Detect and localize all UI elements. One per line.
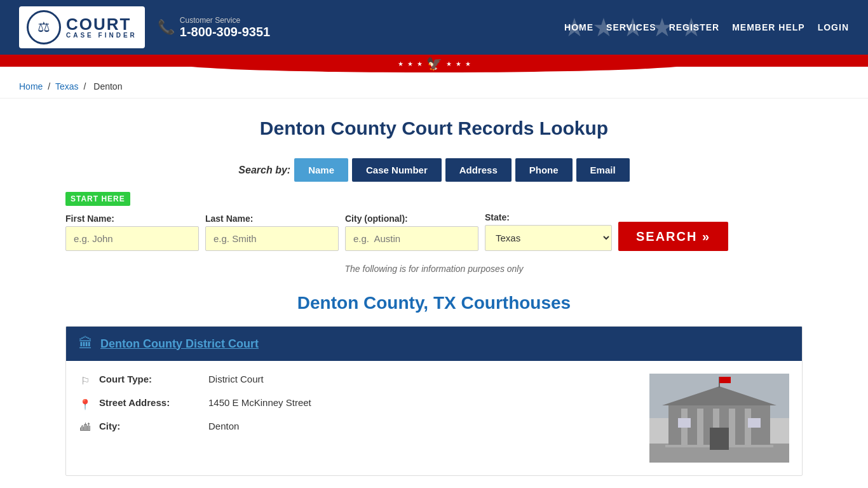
city-input[interactable] [345, 226, 478, 251]
svg-rect-16 [719, 377, 731, 383]
phone-icon: 📞 [158, 19, 175, 36]
logo-court-label: COURT [66, 16, 137, 32]
first-name-label: First Name: [65, 214, 199, 224]
nav-login[interactable]: LOGIN [818, 22, 849, 32]
eagle-area: ★ ★ ★ 🦅 ★ ★ ★ [398, 56, 471, 71]
svg-rect-5 [681, 409, 688, 450]
city-detail-label: City: [99, 421, 201, 431]
tab-phone[interactable]: Phone [515, 158, 573, 182]
tab-name[interactable]: Name [294, 158, 348, 182]
breadcrumb: Home / Texas / Denton [0, 75, 868, 98]
header-left: ⚖ COURT CASE FINDER 📞 Customer Service 1… [19, 6, 270, 48]
first-name-field: First Name: [65, 214, 199, 251]
street-address-value: 1450 E McKinney Street [208, 397, 311, 408]
state-select[interactable]: AlabamaAlaskaArizona ArkansasCaliforniaC… [485, 225, 612, 251]
city-label: City (optional): [345, 214, 478, 224]
nav-home[interactable]: HOME [564, 22, 593, 32]
svg-rect-8 [729, 409, 735, 450]
city-icon: 🏙 [79, 422, 92, 433]
court-type-label: Court Type: [99, 374, 201, 384]
search-section: START HERE First Name: Last Name: City (… [65, 192, 803, 251]
eagle-icon: 🦅 [426, 56, 442, 71]
tab-case-number[interactable]: Case Number [352, 158, 442, 182]
customer-service: 📞 Customer Service 1-800-309-9351 [158, 16, 270, 39]
breadcrumb-sep-1: / [48, 81, 53, 92]
svg-rect-12 [710, 428, 729, 450]
main-content: Denton County Court Records Lookup Searc… [53, 98, 815, 488]
courthouse-body: ⚐ Court Type: District Court 📍 Street Ad… [66, 361, 802, 475]
emblem-icon: ⚖ [37, 19, 50, 36]
star-left-2: ★ [407, 60, 413, 67]
logo-text: COURT CASE FINDER [66, 16, 137, 39]
search-button[interactable]: SEARCH » [618, 222, 728, 251]
star-left-1: ★ [398, 60, 403, 67]
svg-rect-13 [678, 418, 691, 428]
detail-street-address: 📍 Street Address: 1450 E McKinney Street [79, 397, 649, 410]
logo: ⚖ COURT CASE FINDER [19, 6, 145, 48]
last-name-field: Last Name: [205, 214, 339, 251]
start-here-badge: START HERE [65, 192, 130, 206]
nav-member-help[interactable]: MEMBER HELP [732, 22, 804, 32]
search-form: First Name: Last Name: City (optional): … [65, 212, 803, 251]
courthouse-header-icon: 🏛 [79, 336, 93, 352]
courthouse-name-link[interactable]: Denton County District Court [100, 337, 259, 351]
customer-service-info: Customer Service 1-800-309-9351 [180, 16, 270, 39]
state-label: State: [485, 212, 612, 222]
logo-case-finder-label: CASE FINDER [66, 32, 137, 39]
tab-email[interactable]: Email [576, 158, 630, 182]
address-icon: 📍 [79, 398, 92, 410]
customer-service-label: Customer Service [180, 16, 270, 25]
state-field: State: AlabamaAlaskaArizona ArkansasCali… [485, 212, 612, 251]
first-name-input[interactable] [65, 226, 199, 251]
tab-address[interactable]: Address [445, 158, 512, 182]
court-type-icon: ⚐ [79, 375, 92, 387]
logo-emblem: ⚖ [27, 10, 61, 44]
breadcrumb-sep-2: / [84, 81, 89, 92]
wave-banner: ★ ★ ★ 🦅 ★ ★ ★ [0, 55, 868, 75]
star-right-1: ★ [446, 60, 452, 67]
star-right-2: ★ [456, 60, 461, 67]
detail-city: 🏙 City: Denton [79, 421, 649, 433]
nav-register[interactable]: REGISTER [669, 22, 720, 32]
last-name-input[interactable] [205, 226, 339, 251]
city-detail-value: Denton [208, 421, 239, 431]
page-title: Denton County Court Records Lookup [65, 118, 803, 139]
svg-rect-6 [697, 409, 703, 450]
site-header: ⚖ COURT CASE FINDER 📞 Customer Service 1… [0, 0, 868, 55]
breadcrumb-home[interactable]: Home [19, 81, 43, 92]
court-type-value: District Court [208, 374, 264, 384]
search-by-row: Search by: Name Case Number Address Phon… [65, 158, 803, 182]
star-right-3: ★ [465, 60, 471, 67]
nav-services[interactable]: SERVICES [606, 22, 656, 32]
svg-rect-14 [748, 418, 761, 428]
detail-court-type: ⚐ Court Type: District Court [79, 374, 649, 387]
street-address-label: Street Address: [99, 397, 201, 408]
customer-service-phone: 1-800-309-9351 [180, 25, 270, 39]
star-left-3: ★ [417, 60, 423, 67]
courthouses-title: Denton County, TX Courthouses [65, 293, 803, 313]
info-text: The following is for information purpose… [65, 264, 803, 274]
wave-inner: ★ ★ ★ 🦅 ★ ★ ★ [173, 55, 695, 72]
courthouse-details: ⚐ Court Type: District Court 📍 Street Ad… [79, 374, 649, 444]
breadcrumb-current: Denton [93, 81, 122, 92]
courthouse-image [649, 374, 789, 463]
breadcrumb-texas[interactable]: Texas [55, 81, 79, 92]
courthouse-building-svg [649, 374, 789, 463]
courthouse-card: 🏛 Denton County District Court ⚐ Court T… [65, 326, 803, 476]
search-by-label: Search by: [238, 165, 290, 176]
svg-rect-9 [745, 409, 751, 450]
main-nav: HOME SERVICES REGISTER MEMBER HELP LOGIN [564, 22, 849, 32]
city-field: City (optional): [345, 214, 478, 251]
last-name-label: Last Name: [205, 214, 339, 224]
courthouse-header: 🏛 Denton County District Court [66, 327, 802, 361]
